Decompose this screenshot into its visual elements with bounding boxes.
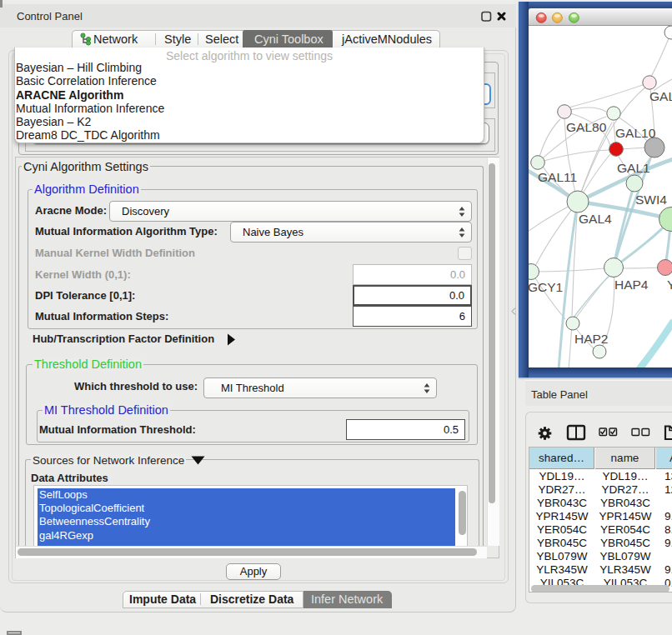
svg-text:HAP2: HAP2: [574, 332, 609, 346]
svg-text:GAL1: GAL1: [617, 161, 650, 175]
svg-text:GAL: GAL: [649, 89, 672, 103]
svg-text:GAL10: GAL10: [615, 126, 656, 140]
svg-text:GAL11: GAL11: [538, 170, 577, 184]
svg-text:GCY1: GCY1: [529, 280, 563, 294]
svg-text:Y: Y: [667, 278, 672, 292]
svg-text:GAL80: GAL80: [566, 120, 607, 134]
svg-text:HAP4: HAP4: [614, 278, 649, 292]
svg-text:SWI4: SWI4: [635, 192, 667, 207]
svg-text:GAL4: GAL4: [579, 212, 612, 226]
